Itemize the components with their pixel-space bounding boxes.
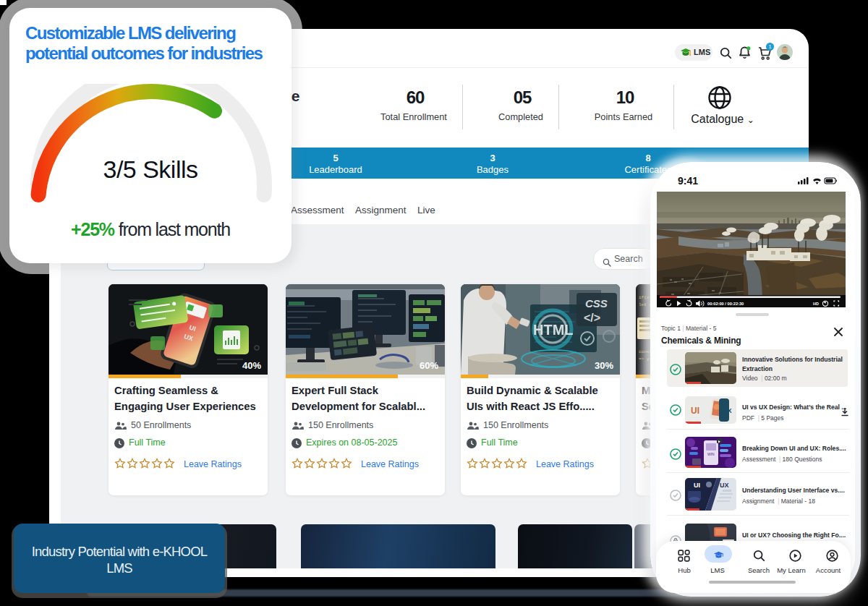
svg-text:HD: HD bbox=[813, 302, 819, 306]
svg-text:WIN: WIN bbox=[707, 452, 715, 456]
svg-text:HTML: HTML bbox=[533, 322, 574, 338]
svg-text:UI: UI bbox=[694, 482, 700, 489]
svg-text:</>: </> bbox=[584, 312, 600, 324]
svg-text:UX: UX bbox=[723, 407, 732, 414]
svg-text:00:02:00 / 00:22:30: 00:02:00 / 00:22:30 bbox=[707, 302, 744, 306]
svg-text:UI: UI bbox=[691, 406, 699, 416]
svg-text:CSS: CSS bbox=[585, 297, 608, 310]
svg-text:UX: UX bbox=[720, 482, 729, 489]
